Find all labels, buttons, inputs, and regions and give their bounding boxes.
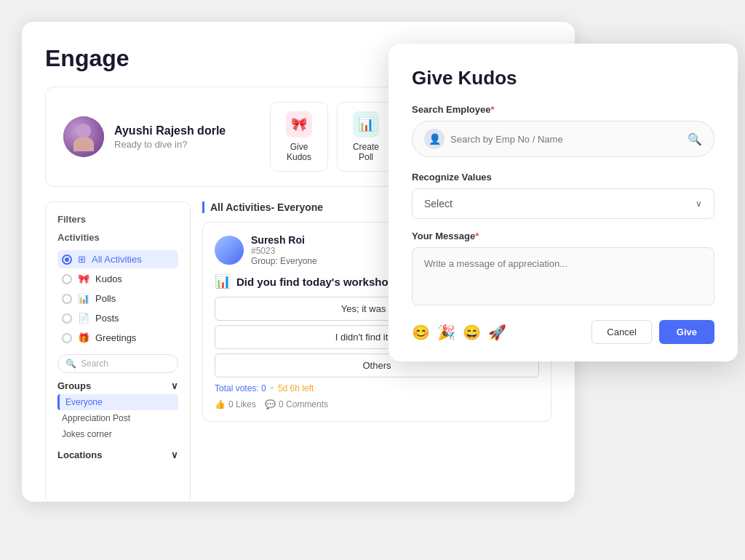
- modal-actions: Cancel Give: [591, 320, 714, 344]
- search-placeholder: Search: [81, 359, 108, 369]
- filter-item-greetings[interactable]: 🎁 Greetings: [57, 329, 178, 347]
- filter-radio-greetings: [62, 333, 72, 343]
- filter-icon-kudos: 🎀: [78, 273, 89, 284]
- search-employee-input[interactable]: [450, 134, 682, 145]
- filter-label-greetings: Greetings: [95, 332, 136, 343]
- filter-item-polls[interactable]: 📊 Polls: [57, 289, 178, 308]
- filter-icon-polls: 📊: [78, 293, 89, 304]
- action-icon-give-kudos: 🎀: [286, 111, 312, 137]
- filter-label-polls: Polls: [95, 293, 116, 304]
- profile-info: Ayushi Rajesh dorle Ready to dive in?: [114, 124, 226, 150]
- groups-section: Groups ∨: [57, 380, 178, 391]
- filters-title: Filters: [57, 214, 178, 225]
- modal-footer: 😊 🎉 😄 🚀 Cancel Give: [412, 320, 714, 344]
- emoji-laugh[interactable]: 😄: [463, 324, 481, 341]
- group-item-appreciation-post[interactable]: Appreciation Post: [57, 410, 178, 426]
- emoji-smiley[interactable]: 😊: [412, 324, 430, 341]
- poll-footer: Total votes: 0 • 5d 6h left: [215, 383, 539, 393]
- action-btn-create-poll[interactable]: 📊 CreatePoll: [337, 102, 395, 172]
- filter-item-all[interactable]: ⊞ All Activities: [57, 250, 178, 268]
- search-icon: 🔍: [65, 359, 76, 369]
- action-icon-create-poll: 📊: [353, 111, 379, 137]
- action-btn-give-kudos[interactable]: 🎀 GiveKudos: [270, 102, 328, 172]
- recognize-values-section: Recognize Values Select ∨: [412, 172, 714, 219]
- sidebar-search[interactable]: 🔍 Search: [57, 354, 178, 373]
- groups-chevron: ∨: [171, 380, 178, 391]
- action-label-create-poll: CreatePoll: [353, 142, 379, 162]
- search-employee-field[interactable]: 👤 🔍: [412, 121, 714, 157]
- filter-item-kudos[interactable]: 🎀 Kudos: [57, 270, 178, 288]
- poll-chart-icon: 📊: [215, 273, 231, 289]
- time-left: 5d 6h left: [278, 383, 314, 393]
- filter-radio-kudos: [62, 274, 72, 284]
- filter-radio-polls: [62, 294, 72, 304]
- message-textarea[interactable]: [412, 247, 714, 305]
- emoji-party[interactable]: 🎉: [437, 324, 455, 341]
- likes-action[interactable]: 👍 0 Likes: [215, 399, 256, 409]
- select-chevron-icon: ∨: [696, 199, 702, 209]
- message-label: Your Message*: [412, 231, 714, 241]
- select-placeholder: Select: [424, 198, 453, 209]
- filter-icon-greetings: 🎁: [78, 332, 89, 343]
- groups-label: Groups: [57, 380, 91, 391]
- emoji-rocket[interactable]: 🚀: [488, 324, 506, 341]
- locations-section: Locations ∨: [57, 449, 178, 460]
- likes-count: 0 Likes: [228, 399, 256, 409]
- search-employee-label: Search Employee*: [412, 104, 714, 115]
- total-votes: Total votes: 0: [215, 383, 266, 393]
- profile-tagline: Ready to dive in?: [114, 139, 226, 150]
- action-label-give-kudos: GiveKudos: [287, 142, 311, 162]
- recognize-label: Recognize Values: [412, 172, 714, 183]
- emoji-toolbar: 😊 🎉 😄 🚀: [412, 324, 506, 341]
- post-meta: Suresh Roi #5023 Group: Everyone: [251, 234, 317, 266]
- filter-label-all: All Activities: [92, 254, 142, 265]
- modal-title: Give Kudos: [412, 67, 714, 89]
- user-icon: 👤: [424, 129, 445, 149]
- group-item-jokes-corner[interactable]: Jokes corner: [57, 426, 178, 442]
- separator: •: [271, 383, 274, 393]
- filter-icon-posts: 📄: [78, 313, 89, 324]
- post-group: Group: Everyone: [251, 256, 317, 266]
- avatar: [63, 116, 104, 157]
- group-item-everyone[interactable]: Everyone: [57, 394, 178, 410]
- kudos-modal: Give Kudos Search Employee* 👤 🔍 Recogniz…: [389, 44, 738, 361]
- filter-items: ⊞ All Activities 🎀 Kudos 📊 Polls 📄 Posts…: [57, 250, 178, 347]
- comment-icon: 💬: [265, 399, 276, 409]
- profile-name: Ayushi Rajesh dorle: [114, 124, 226, 137]
- post-actions: 👍 0 Likes 💬 0 Comments: [215, 399, 539, 409]
- comments-action[interactable]: 💬 0 Comments: [265, 399, 328, 409]
- filter-icon-all: ⊞: [78, 254, 86, 265]
- filter-item-posts[interactable]: 📄 Posts: [57, 309, 178, 327]
- recognize-select[interactable]: Select ∨: [412, 188, 714, 219]
- sidebar: Filters Activities ⊞ All Activities 🎀 Ku…: [45, 201, 191, 502]
- profile-section: Ayushi Rajesh dorle Ready to dive in?: [63, 116, 226, 157]
- activities-label: Activities: [57, 232, 178, 243]
- search-magnify-icon: 🔍: [688, 132, 702, 146]
- cancel-button[interactable]: Cancel: [591, 320, 651, 344]
- locations-chevron: ∨: [171, 449, 178, 460]
- filter-radio-all: [62, 255, 72, 265]
- post-author-id: #5023: [251, 246, 317, 256]
- give-button[interactable]: Give: [659, 320, 714, 344]
- like-icon: 👍: [215, 399, 226, 409]
- comments-count: 0 Comments: [279, 399, 328, 409]
- filter-label-kudos: Kudos: [95, 273, 122, 284]
- feed-title: All Activities- Everyone: [202, 201, 323, 213]
- locations-label: Locations: [57, 449, 102, 460]
- filter-radio-posts: [62, 313, 72, 324]
- message-section: Your Message*: [412, 231, 714, 308]
- post-author-avatar: [215, 236, 244, 265]
- post-author-name: Suresh Roi: [251, 234, 317, 246]
- filter-label-posts: Posts: [95, 313, 119, 324]
- groups-list: EveryoneAppreciation PostJokes corner: [57, 394, 178, 442]
